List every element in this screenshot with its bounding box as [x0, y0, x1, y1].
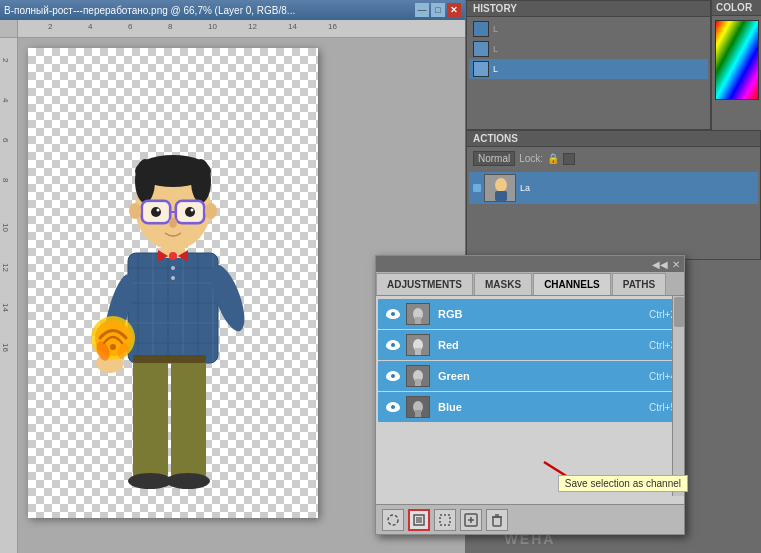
history-panel: HISTORY L L L	[466, 0, 711, 130]
channels-toolbar: Save selection as channel	[376, 504, 684, 534]
channels-scrollbar[interactable]	[672, 296, 684, 496]
save-selection-button[interactable]	[408, 509, 430, 531]
svg-rect-39	[133, 355, 206, 363]
svg-point-35	[171, 266, 175, 270]
layer-name: La	[520, 183, 530, 193]
svg-rect-62	[415, 410, 421, 417]
svg-rect-56	[415, 348, 421, 355]
channel-row-green[interactable]: Green Ctrl+4	[378, 361, 682, 391]
panel-collapse-bar: ◀◀ ✕	[376, 256, 684, 272]
ruler-left: 2 4 6 8 10 12 14 16	[0, 38, 18, 553]
svg-point-49	[495, 178, 507, 192]
svg-point-36	[171, 276, 175, 280]
color-panel-title: COLOR	[712, 0, 761, 16]
collapse-left-icon[interactable]: ◀◀	[652, 259, 668, 270]
character-illustration	[28, 48, 318, 518]
svg-point-27	[157, 209, 160, 212]
svg-rect-72	[493, 517, 501, 526]
svg-point-45	[110, 344, 116, 350]
title-bar: B-полный-рост---переработано.png @ 66,7%…	[0, 0, 465, 20]
document-canvas	[28, 48, 318, 518]
history-item[interactable]: L	[469, 19, 708, 39]
channel-to-selection-button[interactable]	[434, 509, 456, 531]
channel-name-blue: Blue	[438, 401, 645, 413]
minimize-button[interactable]: —	[415, 3, 429, 17]
channel-thumb-rgb	[406, 303, 430, 325]
tab-bar: ADJUSTMENTS MASKS CHANNELS PATHS	[376, 272, 684, 296]
svg-point-18	[135, 159, 155, 203]
channel-name-red: Red	[438, 339, 645, 351]
svg-point-25	[151, 207, 161, 217]
svg-rect-59	[415, 379, 421, 386]
svg-point-30	[129, 203, 141, 219]
tab-paths[interactable]: PATHS	[612, 273, 666, 295]
blend-mode-label[interactable]: Normal	[473, 151, 515, 166]
tab-adjustments[interactable]: ADJUSTMENTS	[376, 273, 473, 295]
svg-point-26	[185, 207, 195, 217]
close-button[interactable]: ✕	[447, 3, 461, 17]
svg-point-41	[166, 473, 210, 489]
channel-name-green: Green	[438, 370, 645, 382]
svg-point-29	[169, 218, 177, 228]
svg-point-28	[191, 209, 194, 212]
svg-point-34	[169, 252, 177, 260]
new-channel-button[interactable]	[460, 509, 482, 531]
channel-thumb-blue	[406, 396, 430, 418]
ruler-top: 2 4 6 8 10 12 14 16	[18, 20, 465, 38]
svg-point-19	[191, 159, 211, 203]
history-item-active[interactable]: L	[469, 59, 708, 79]
tab-masks[interactable]: MASKS	[474, 273, 532, 295]
svg-rect-53	[415, 317, 421, 324]
channel-eye-blue[interactable]	[384, 398, 402, 416]
fill-checkbox[interactable]	[563, 153, 575, 165]
channel-row-blue[interactable]: Blue Ctrl+5	[378, 392, 682, 422]
tab-channels[interactable]: CHANNELS	[533, 273, 611, 295]
svg-rect-37	[133, 358, 168, 478]
channel-eye-rgb[interactable]	[384, 305, 402, 323]
actions-panel-title: ACTIONS	[467, 131, 760, 147]
channel-thumb-red	[406, 334, 430, 356]
maximize-button[interactable]: □	[431, 3, 445, 17]
collapse-right-icon[interactable]: ✕	[672, 259, 680, 270]
channel-row-rgb[interactable]: RGB Ctrl+2	[378, 299, 682, 329]
channel-row-red[interactable]: Red Ctrl+3	[378, 330, 682, 360]
svg-rect-50	[495, 191, 507, 201]
load-channel-button[interactable]	[382, 509, 404, 531]
channel-thumb-green	[406, 365, 430, 387]
channel-name-rgb: RGB	[438, 308, 645, 320]
toolbar-tooltip: Save selection as channel	[558, 475, 688, 492]
channel-eye-green[interactable]	[384, 367, 402, 385]
channel-eye-red[interactable]	[384, 336, 402, 354]
svg-point-65	[388, 515, 398, 525]
channels-list: RGB Ctrl+2 Red Ctrl+3	[376, 296, 684, 425]
scrollbar-thumb[interactable]	[674, 297, 684, 327]
ruler-corner	[0, 20, 18, 38]
svg-point-40	[128, 473, 172, 489]
svg-rect-67	[416, 517, 422, 523]
color-swatch	[715, 20, 759, 100]
channels-window: ◀◀ ✕ ADJUSTMENTS MASKS CHANNELS PATHS RG…	[375, 255, 685, 535]
lock-icon[interactable]: 🔒	[547, 153, 559, 164]
svg-rect-38	[171, 358, 206, 478]
lock-label: Lock:	[519, 153, 543, 164]
history-panel-title: HISTORY	[467, 1, 710, 17]
svg-point-31	[205, 203, 217, 219]
delete-channel-button[interactable]	[486, 509, 508, 531]
history-item[interactable]: L	[469, 39, 708, 59]
svg-rect-68	[440, 515, 450, 525]
title-bar-text: B-полный-рост---переработано.png @ 66,7%…	[4, 5, 413, 16]
